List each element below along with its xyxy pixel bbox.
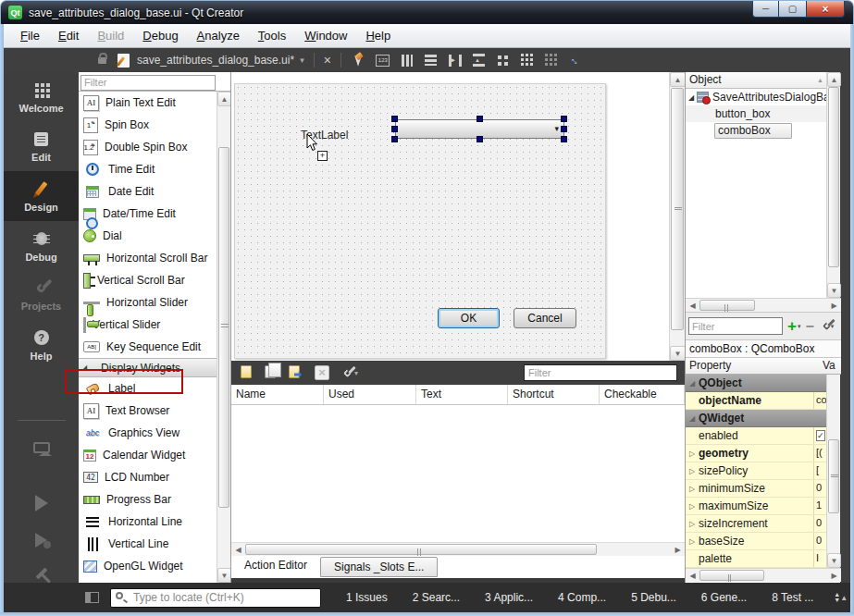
expand-icon[interactable]: ◢ bbox=[686, 93, 697, 102]
scroll-down-icon[interactable]: ▼ bbox=[827, 553, 841, 568]
widget-item-date-edit[interactable]: Date Edit bbox=[79, 180, 217, 203]
ok-button[interactable]: OK bbox=[438, 308, 500, 328]
column-checkable[interactable]: Checkable bbox=[600, 385, 685, 404]
mode-help[interactable]: ? Help bbox=[4, 320, 79, 370]
menu-debug[interactable]: Debug bbox=[133, 26, 187, 45]
property-filter-input[interactable] bbox=[688, 317, 783, 335]
object-vertical-scrollbar[interactable]: ▲ ▼ bbox=[826, 72, 840, 298]
chevron-down-icon[interactable]: ▾ bbox=[354, 369, 358, 377]
object-horizontal-scrollbar[interactable]: ◀ ▶ bbox=[686, 298, 841, 313]
scroll-up-icon[interactable]: ▲ bbox=[670, 72, 686, 87]
output-pane-selector-icon[interactable]: ▲▼ bbox=[834, 592, 840, 603]
minimize-button[interactable]: ─ bbox=[752, 1, 779, 18]
close-document-icon[interactable]: × bbox=[320, 53, 335, 68]
widget-item-opengl-widget[interactable]: OpenGL Widget bbox=[79, 555, 217, 577]
scrollbar-thumb[interactable] bbox=[699, 570, 764, 581]
output-pane-application[interactable]: 3 Applic... bbox=[485, 591, 533, 604]
scroll-up-icon[interactable]: ▲ bbox=[217, 92, 231, 106]
property-row-objectname[interactable]: objectNamecomboBox bbox=[686, 392, 827, 410]
menu-help[interactable]: Help bbox=[356, 26, 400, 45]
action-table-body[interactable] bbox=[231, 405, 685, 542]
scroll-down-icon[interactable]: ▼ bbox=[827, 283, 841, 298]
mode-edit[interactable]: Edit bbox=[4, 122, 79, 172]
property-row-minimumsize[interactable]: ▷minimumSize0 bbox=[686, 480, 827, 498]
widget-item-datetime-edit[interactable]: Date/Time Edit bbox=[79, 203, 217, 225]
form-canvas[interactable]: TextLabel + ▾ OK Cancel bbox=[231, 72, 669, 361]
menu-window[interactable]: Window bbox=[295, 26, 356, 45]
output-pane-issues[interactable]: 1 Issues bbox=[346, 591, 388, 604]
tree-item-combobox[interactable]: comboBox bbox=[686, 122, 827, 139]
property-row-enabled[interactable]: enabled✓ bbox=[686, 427, 827, 445]
mode-debug[interactable]: Debug bbox=[4, 221, 79, 271]
widget-item-vertical-slider[interactable]: Vertical Slider bbox=[79, 314, 217, 336]
selection-handle[interactable] bbox=[391, 136, 398, 142]
output-pane-search[interactable]: 2 Searc... bbox=[413, 591, 460, 604]
widget-item-time-edit[interactable]: Time Edit bbox=[79, 158, 217, 180]
title-bar[interactable]: Qt save_attributes_dialog_base.ui - Qt C… bbox=[0, 0, 854, 24]
scrollbar-thumb[interactable] bbox=[828, 439, 839, 513]
property-horizontal-scrollbar[interactable]: ◀ ▶ bbox=[686, 568, 841, 582]
scroll-left-icon[interactable]: ◀ bbox=[231, 543, 245, 557]
property-row-palette[interactable]: paletteI bbox=[686, 550, 827, 568]
remove-dynamic-property-icon[interactable]: − bbox=[805, 318, 813, 335]
scroll-up-icon[interactable]: ▲ bbox=[827, 72, 841, 87]
property-row-maximumsize[interactable]: ▷maximumSize1 bbox=[686, 498, 827, 515]
mode-welcome[interactable]: Welcome bbox=[4, 72, 79, 122]
widget-item-lcd-number[interactable]: 42LCD Number bbox=[79, 466, 217, 488]
selection-handle[interactable] bbox=[561, 126, 567, 132]
widget-item-vertical-line[interactable]: Vertical Line bbox=[79, 533, 217, 555]
tab-signals-slots-editor[interactable]: Signals _Slots E... bbox=[320, 557, 438, 577]
widget-item-graphics-view[interactable]: abcGraphics View bbox=[79, 422, 217, 444]
edit-widgets-icon[interactable] bbox=[351, 53, 367, 68]
widget-item-spin-box[interactable]: 1Spin Box bbox=[79, 114, 217, 136]
property-row-geometry[interactable]: ▷geometry[( bbox=[686, 445, 827, 462]
widget-item-vertical-scroll-bar[interactable]: Vertical Scroll Bar bbox=[79, 269, 217, 291]
scroll-right-icon[interactable]: ▶ bbox=[827, 569, 841, 583]
selection-handle[interactable] bbox=[561, 116, 567, 122]
selection-handle[interactable] bbox=[477, 136, 483, 142]
scroll-right-icon[interactable]: ▶ bbox=[827, 299, 841, 313]
splitter-horizontal-icon[interactable] bbox=[447, 53, 464, 68]
widget-item-horizontal-line[interactable]: Horizontal Line bbox=[79, 511, 217, 533]
property-table-header[interactable]: PropertyValue bbox=[686, 358, 841, 375]
menu-analyze[interactable]: Analyze bbox=[188, 26, 249, 45]
widget-item-plain-text-edit[interactable]: AIPlain Text Edit bbox=[79, 92, 217, 114]
maximize-output-pane-icon[interactable]: ▲ bbox=[840, 594, 848, 602]
layout-horizontal-icon[interactable] bbox=[399, 53, 415, 68]
property-row-sizepolicy[interactable]: ▷sizePolicy[ bbox=[686, 462, 827, 480]
add-dynamic-property-icon[interactable]: + bbox=[787, 320, 797, 333]
scroll-left-icon[interactable]: ◀ bbox=[686, 569, 699, 583]
widget-item-double-spin-box[interactable]: 1.2Double Spin Box bbox=[79, 136, 217, 158]
property-row-sizeincrement[interactable]: ▷sizeIncrement0 bbox=[686, 515, 827, 533]
selection-handle[interactable] bbox=[477, 116, 483, 122]
checkbox-icon[interactable]: ✓ bbox=[816, 430, 825, 441]
property-row-basesize[interactable]: ▷baseSize0 bbox=[686, 533, 827, 550]
document-dropdown-icon[interactable]: ▾ bbox=[300, 55, 304, 65]
scrollbar-thumb[interactable] bbox=[218, 147, 229, 508]
scrollbar-thumb[interactable] bbox=[699, 300, 755, 311]
column-shortcut[interactable]: Shortcut bbox=[508, 385, 600, 404]
column-name[interactable]: Name bbox=[231, 385, 324, 404]
expand-icon[interactable]: ◢ bbox=[686, 379, 699, 388]
object-inspector-header[interactable]: Object bbox=[686, 72, 827, 89]
selection-handle[interactable] bbox=[391, 116, 398, 122]
widget-item-text-browser[interactable]: AIText Browser bbox=[79, 400, 217, 422]
output-pane-general[interactable]: 6 Gene... bbox=[701, 591, 747, 604]
property-group-qobject[interactable]: ◢QObject bbox=[686, 375, 827, 392]
selection-handle[interactable] bbox=[561, 136, 567, 142]
widget-item-key-sequence-edit[interactable]: AB]Key Sequence Edit bbox=[79, 336, 217, 358]
configure-icon[interactable] bbox=[822, 322, 831, 331]
section-display-widgets[interactable]: ◢Display Widgets bbox=[79, 358, 217, 377]
paste-action-icon[interactable] bbox=[289, 365, 303, 380]
menu-tools[interactable]: Tools bbox=[249, 26, 295, 45]
expand-icon[interactable]: ▷ bbox=[686, 467, 699, 475]
menu-file[interactable]: File bbox=[11, 26, 49, 45]
output-pane-test[interactable]: 8 Test ... bbox=[772, 591, 813, 604]
open-document-tab[interactable]: save_attributes_dialog_base.ui* bbox=[137, 54, 294, 67]
tab-order-icon[interactable]: 123 bbox=[375, 53, 391, 68]
toggle-left-sidebar-icon[interactable] bbox=[85, 592, 99, 603]
expand-icon[interactable]: ▷ bbox=[686, 485, 699, 493]
new-action-icon[interactable] bbox=[241, 365, 255, 380]
scroll-right-icon[interactable]: ▶ bbox=[671, 543, 685, 557]
tab-action-editor[interactable]: Action Editor bbox=[231, 556, 320, 574]
